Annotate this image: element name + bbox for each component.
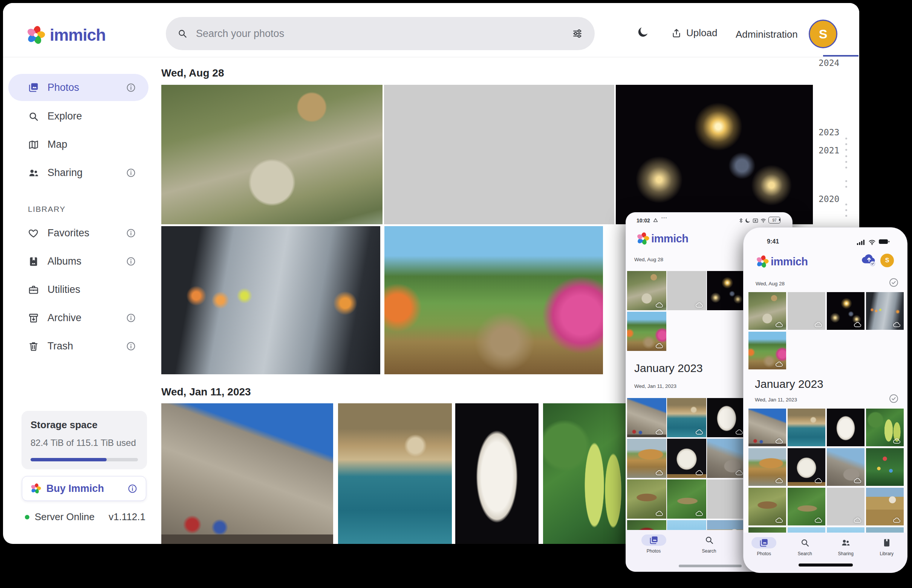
date-group-header: Wed, Jan 11, 2023 (755, 397, 797, 402)
photo-lizard-moss[interactable] (788, 488, 825, 525)
select-all-check-icon[interactable] (889, 278, 898, 287)
nav-tab-photos[interactable]: Photos (744, 537, 784, 556)
sidebar-item-sharing[interactable]: Sharing (8, 159, 149, 187)
photo-fortress-walls[interactable] (161, 403, 333, 544)
photo-field-house[interactable] (866, 488, 904, 525)
sidebar-item-archive[interactable]: Archive (8, 304, 149, 332)
photo-autumn-park[interactable] (749, 332, 786, 369)
album-icon (28, 256, 39, 267)
server-status-row: Server Online v1.112.1 (25, 511, 145, 523)
photos-icon (28, 82, 39, 93)
nav-tab-search[interactable]: Search (688, 535, 730, 554)
photo-coastal-town[interactable] (667, 398, 706, 437)
search-filters-icon[interactable] (571, 27, 583, 40)
upload-label: Upload (686, 27, 717, 39)
nav-tab-library[interactable]: Library (867, 537, 907, 556)
signal-bars-icon (857, 239, 866, 246)
photo-stone-ruins[interactable] (827, 448, 865, 486)
photo-white-sculpture[interactable] (667, 439, 706, 478)
sidebar-item-label: Utilities (47, 284, 80, 296)
photo-beach-cliff[interactable] (627, 439, 666, 478)
photo-village-church[interactable] (707, 480, 746, 519)
photo-monkeys-zoo[interactable] (749, 292, 786, 330)
photo-beach-cliff[interactable] (749, 448, 786, 486)
photo-coastal-town[interactable] (788, 409, 825, 446)
info-icon[interactable] (126, 313, 136, 323)
cloud-sync-icon[interactable] (861, 253, 877, 267)
search-input[interactable]: Search your photos (166, 17, 595, 50)
photo-dinner-table[interactable] (788, 292, 825, 330)
sidebar-item-label: Favorites (47, 227, 89, 239)
sidebar-item-trash[interactable]: Trash (8, 332, 149, 360)
sidebar-item-utilities[interactable]: Utilities (8, 276, 149, 304)
photo-dinner-table[interactable] (667, 271, 706, 310)
photo-monkeys-zoo[interactable] (627, 271, 666, 310)
photo-stone-ruins[interactable] (707, 439, 746, 478)
timeline-year-2021[interactable]: 2021 (818, 145, 839, 155)
photo-coastal-town[interactable] (338, 403, 452, 544)
photo-fireworks[interactable] (707, 271, 746, 310)
home-indicator[interactable] (679, 565, 742, 567)
photo-decorated-tree[interactable] (866, 448, 904, 486)
info-icon[interactable] (126, 228, 136, 238)
brand-wordmark: immich (651, 233, 689, 245)
timeline-tick (845, 204, 847, 205)
photo-marble-bust[interactable] (455, 403, 539, 544)
nav-tab-photos[interactable]: Photos (633, 535, 674, 554)
photo-fortress-walls[interactable] (627, 398, 666, 437)
photo-lizard[interactable] (627, 480, 666, 519)
timeline-year-2023[interactable]: 2023 (818, 128, 839, 137)
photo-lizard[interactable] (749, 488, 786, 525)
photo-fireworks[interactable] (616, 85, 813, 224)
info-icon[interactable] (126, 168, 136, 178)
photo-fortress-walls[interactable] (749, 409, 786, 446)
photo-marble-bust[interactable] (707, 398, 746, 437)
month-header: January 2023 (634, 362, 703, 375)
sidebar-item-photos[interactable]: Photos (8, 74, 149, 101)
photo-dinner-table[interactable] (384, 85, 614, 224)
photo-monkeys-zoo[interactable] (161, 85, 383, 224)
app-logo[interactable]: immich (26, 26, 105, 44)
photo-marble-bust[interactable] (827, 409, 865, 446)
sidebar-item-label: Explore (47, 110, 82, 122)
nav-tab-sharing[interactable]: Sharing (825, 537, 867, 556)
photo-fireworks[interactable] (827, 292, 865, 330)
photo-lizard-moss[interactable] (667, 480, 706, 519)
cloud-backup-icon (655, 342, 663, 349)
user-avatar[interactable]: S (880, 254, 894, 267)
administration-link[interactable]: Administration (736, 29, 798, 40)
info-icon[interactable] (126, 82, 136, 93)
photo-village-church[interactable] (827, 488, 865, 525)
status-time: 10:02 (636, 218, 650, 223)
info-icon[interactable] (126, 256, 136, 267)
photo-autumn-park[interactable] (384, 226, 603, 374)
heart-icon (28, 228, 39, 239)
nav-tab-search[interactable]: Search (784, 537, 826, 556)
sidebar-item-explore[interactable]: Explore (8, 102, 149, 131)
cloud-backup-icon (735, 470, 744, 476)
photo-autumn-park[interactable] (627, 312, 666, 351)
photos-icon (759, 538, 769, 548)
sidebar-item-map[interactable]: Map (8, 131, 149, 159)
photo-white-sculpture[interactable] (788, 448, 825, 486)
timeline-year-2020[interactable]: 2020 (818, 194, 839, 204)
sidebar-item-favorites[interactable]: Favorites (8, 219, 149, 247)
photo-holding-hands[interactable] (161, 226, 380, 374)
info-icon[interactable] (126, 341, 136, 351)
info-icon[interactable] (128, 484, 137, 494)
sidebar-item-albums[interactable]: Albums (8, 247, 149, 276)
upload-button[interactable]: Upload (671, 27, 717, 39)
select-all-check-icon[interactable] (889, 394, 898, 403)
battery-percent: 97 (772, 218, 776, 222)
timeline-year-2024[interactable]: 2024 (818, 58, 839, 68)
photo-green-berries[interactable] (543, 403, 629, 544)
theme-toggle-button[interactable] (636, 26, 649, 39)
photo-green-berries[interactable] (866, 409, 904, 446)
photo-holding-hands[interactable] (866, 292, 904, 330)
cloud-backup-icon (695, 302, 704, 308)
buy-immich-button[interactable]: Buy Immich (22, 476, 146, 501)
nav-tab-label: Search (702, 548, 716, 554)
timeline-tick (845, 161, 847, 163)
storage-title: Storage space (31, 419, 138, 431)
home-indicator[interactable] (799, 564, 853, 567)
